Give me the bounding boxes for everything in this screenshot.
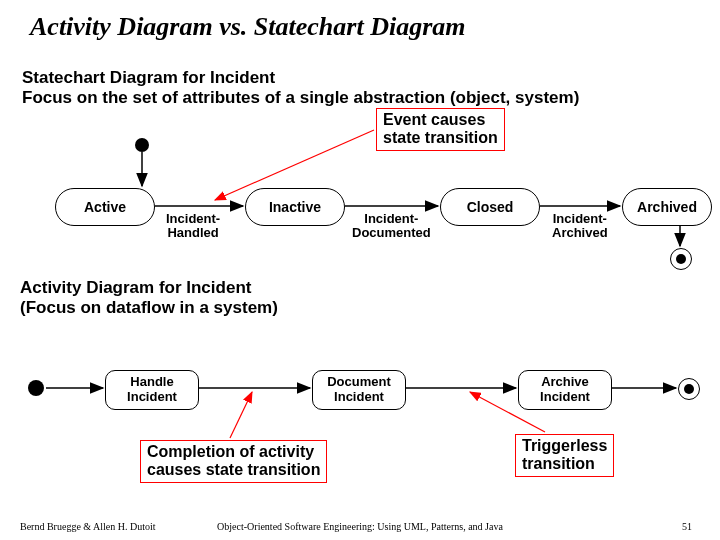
footer-authors: Bernd Bruegge & Allen H. Dutoit: [20, 521, 156, 532]
state-closed: Closed: [440, 188, 540, 226]
activity-heading-line1: Activity Diagram for Incident: [20, 278, 251, 298]
event-note-box: Event causes state transition: [376, 108, 505, 151]
footer-book-title: Object-Oriented Software Engineering: Us…: [217, 521, 503, 532]
state-archived: Archived: [622, 188, 712, 226]
activity-archive: ArchiveIncident: [518, 370, 612, 410]
state-active: Active: [55, 188, 155, 226]
final-state-statechart: [670, 248, 692, 270]
event-note-line2: state transition: [383, 129, 498, 146]
final-state-inner: [676, 254, 686, 264]
triggerless-note-box: Triggerless transition: [515, 434, 614, 477]
initial-state-dot: [135, 138, 149, 152]
final-state-activity: [678, 378, 700, 400]
final-state-activity-inner: [684, 384, 694, 394]
activity-heading-line2: (Focus on dataflow in a system): [20, 298, 278, 318]
activity-handle: HandleIncident: [105, 370, 199, 410]
page-title: Activity Diagram vs. Statechart Diagram: [30, 12, 466, 42]
event-note-line1: Event causes: [383, 111, 485, 128]
transition-documented: Incident- Documented: [352, 212, 431, 241]
transition-handled: Incident- Handled: [166, 212, 220, 241]
footer-page-number: 51: [682, 521, 692, 532]
statechart-heading-line1: Statechart Diagram for Incident: [22, 68, 275, 88]
initial-activity-dot: [28, 380, 44, 396]
completion-note-box: Completion of activity causes state tran…: [140, 440, 327, 483]
state-inactive: Inactive: [245, 188, 345, 226]
svg-line-10: [230, 392, 252, 438]
statechart-heading-line2: Focus on the set of attributes of a sing…: [22, 88, 579, 108]
transition-archived: Incident- Archived: [552, 212, 608, 241]
activity-document: DocumentIncident: [312, 370, 406, 410]
